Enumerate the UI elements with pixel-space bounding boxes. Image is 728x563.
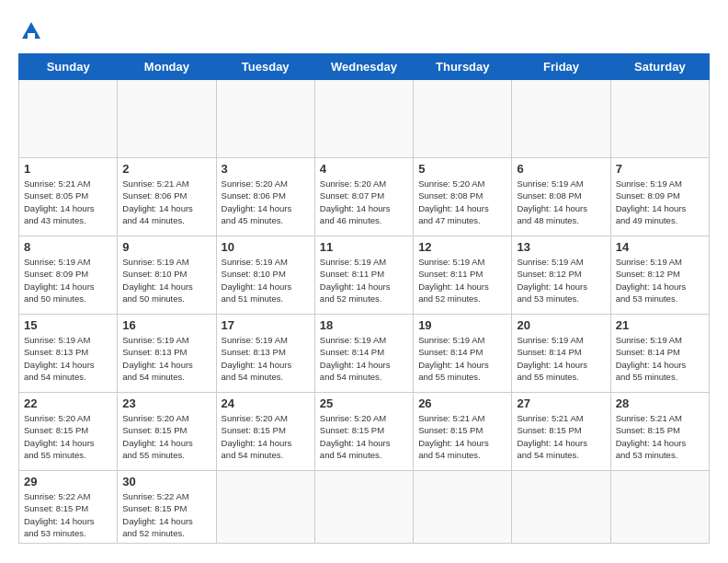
day-info: Sunrise: 5:20 AM Sunset: 8:15 PM Dayligh… (320, 412, 408, 461)
day-info: Sunrise: 5:19 AM Sunset: 8:09 PM Dayligh… (616, 178, 704, 226)
col-header-sunday: Sunday (19, 54, 118, 80)
day-info: Sunrise: 5:22 AM Sunset: 8:15 PM Dayligh… (122, 490, 210, 539)
day-cell-6: 6Sunrise: 5:19 AM Sunset: 8:08 PM Daylig… (512, 158, 610, 236)
day-number: 6 (517, 162, 605, 176)
day-number: 11 (320, 240, 408, 254)
calendar-table: SundayMondayTuesdayWednesdayThursdayFrid… (18, 53, 710, 544)
day-number: 21 (616, 318, 704, 332)
day-number: 4 (320, 162, 408, 176)
day-cell-empty (610, 80, 709, 158)
day-info: Sunrise: 5:19 AM Sunset: 8:09 PM Dayligh… (24, 256, 112, 304)
week-row-5: 29Sunrise: 5:22 AM Sunset: 8:15 PM Dayli… (19, 471, 710, 544)
day-cell-empty (216, 80, 314, 158)
day-info: Sunrise: 5:20 AM Sunset: 8:06 PM Dayligh… (222, 178, 310, 226)
day-number: 5 (418, 162, 506, 176)
day-info: Sunrise: 5:21 AM Sunset: 8:05 PM Dayligh… (24, 178, 112, 226)
day-cell-22: 22Sunrise: 5:20 AM Sunset: 8:15 PM Dayli… (19, 393, 118, 471)
week-row-3: 15Sunrise: 5:19 AM Sunset: 8:13 PM Dayli… (19, 315, 710, 393)
day-info: Sunrise: 5:19 AM Sunset: 8:10 PM Dayligh… (222, 256, 310, 304)
week-row-4: 22Sunrise: 5:20 AM Sunset: 8:15 PM Dayli… (19, 393, 710, 471)
day-cell-empty (314, 471, 413, 544)
day-info: Sunrise: 5:20 AM Sunset: 8:15 PM Dayligh… (222, 412, 310, 461)
day-cell-empty (118, 80, 216, 158)
day-number: 1 (24, 162, 112, 176)
day-number: 17 (222, 318, 310, 332)
day-cell-27: 27Sunrise: 5:21 AM Sunset: 8:15 PM Dayli… (512, 393, 610, 471)
day-info: Sunrise: 5:21 AM Sunset: 8:06 PM Dayligh… (122, 178, 210, 226)
day-cell-13: 13Sunrise: 5:19 AM Sunset: 8:12 PM Dayli… (512, 236, 610, 315)
day-cell-5: 5Sunrise: 5:20 AM Sunset: 8:08 PM Daylig… (414, 158, 512, 236)
day-cell-2: 2Sunrise: 5:21 AM Sunset: 8:06 PM Daylig… (118, 158, 216, 236)
day-info: Sunrise: 5:20 AM Sunset: 8:15 PM Dayligh… (24, 412, 112, 461)
day-cell-empty (414, 80, 512, 158)
col-header-tuesday: Tuesday (216, 54, 314, 80)
day-number: 12 (418, 240, 506, 254)
day-info: Sunrise: 5:22 AM Sunset: 8:15 PM Dayligh… (24, 490, 112, 539)
day-number: 3 (222, 162, 310, 176)
day-cell-24: 24Sunrise: 5:20 AM Sunset: 8:15 PM Dayli… (216, 393, 314, 471)
col-header-thursday: Thursday (414, 54, 512, 80)
day-cell-29: 29Sunrise: 5:22 AM Sunset: 8:15 PM Dayli… (19, 471, 118, 544)
day-cell-21: 21Sunrise: 5:19 AM Sunset: 8:14 PM Dayli… (610, 315, 709, 393)
day-number: 27 (517, 396, 605, 410)
day-cell-empty (512, 471, 610, 544)
day-cell-14: 14Sunrise: 5:19 AM Sunset: 8:12 PM Dayli… (610, 236, 709, 315)
day-number: 19 (418, 318, 506, 332)
day-cell-17: 17Sunrise: 5:19 AM Sunset: 8:13 PM Dayli… (216, 315, 314, 393)
day-info: Sunrise: 5:20 AM Sunset: 8:15 PM Dayligh… (122, 412, 210, 461)
logo (18, 18, 48, 44)
day-number: 7 (616, 162, 704, 176)
day-cell-empty (314, 80, 413, 158)
day-cell-3: 3Sunrise: 5:20 AM Sunset: 8:06 PM Daylig… (216, 158, 314, 236)
day-cell-empty (414, 471, 512, 544)
day-number: 14 (616, 240, 704, 254)
day-info: Sunrise: 5:20 AM Sunset: 8:08 PM Dayligh… (418, 178, 506, 226)
day-cell-12: 12Sunrise: 5:19 AM Sunset: 8:11 PM Dayli… (414, 236, 512, 315)
day-number: 15 (24, 318, 112, 332)
day-number: 29 (24, 475, 112, 488)
day-cell-30: 30Sunrise: 5:22 AM Sunset: 8:15 PM Dayli… (118, 471, 216, 544)
day-info: Sunrise: 5:19 AM Sunset: 8:14 PM Dayligh… (517, 334, 605, 383)
day-info: Sunrise: 5:21 AM Sunset: 8:15 PM Dayligh… (517, 412, 605, 461)
day-number: 8 (24, 240, 112, 254)
day-number: 20 (517, 318, 605, 332)
day-info: Sunrise: 5:21 AM Sunset: 8:15 PM Dayligh… (418, 412, 506, 461)
day-info: Sunrise: 5:19 AM Sunset: 8:08 PM Dayligh… (517, 178, 605, 226)
day-number: 28 (616, 396, 704, 410)
col-header-friday: Friday (512, 54, 610, 80)
day-cell-empty (610, 471, 709, 544)
day-cell-16: 16Sunrise: 5:19 AM Sunset: 8:13 PM Dayli… (118, 315, 216, 393)
header (18, 18, 710, 44)
day-number: 24 (222, 396, 310, 410)
day-number: 9 (122, 240, 210, 254)
day-info: Sunrise: 5:19 AM Sunset: 8:14 PM Dayligh… (320, 334, 408, 383)
day-cell-8: 8Sunrise: 5:19 AM Sunset: 8:09 PM Daylig… (19, 236, 118, 315)
day-cell-25: 25Sunrise: 5:20 AM Sunset: 8:15 PM Dayli… (314, 393, 413, 471)
day-number: 23 (122, 396, 210, 410)
column-header-row: SundayMondayTuesdayWednesdayThursdayFrid… (19, 54, 710, 80)
day-info: Sunrise: 5:19 AM Sunset: 8:13 PM Dayligh… (24, 334, 112, 383)
day-number: 13 (517, 240, 605, 254)
day-info: Sunrise: 5:19 AM Sunset: 8:12 PM Dayligh… (616, 256, 704, 304)
day-info: Sunrise: 5:19 AM Sunset: 8:14 PM Dayligh… (616, 334, 704, 383)
logo-icon (18, 18, 44, 44)
day-number: 18 (320, 318, 408, 332)
day-cell-11: 11Sunrise: 5:19 AM Sunset: 8:11 PM Dayli… (314, 236, 413, 315)
day-number: 25 (320, 396, 408, 410)
day-cell-23: 23Sunrise: 5:20 AM Sunset: 8:15 PM Dayli… (118, 393, 216, 471)
day-cell-15: 15Sunrise: 5:19 AM Sunset: 8:13 PM Dayli… (19, 315, 118, 393)
col-header-saturday: Saturday (610, 54, 709, 80)
day-info: Sunrise: 5:20 AM Sunset: 8:07 PM Dayligh… (320, 178, 408, 226)
day-number: 22 (24, 396, 112, 410)
day-cell-19: 19Sunrise: 5:19 AM Sunset: 8:14 PM Dayli… (414, 315, 512, 393)
day-cell-empty (512, 80, 610, 158)
day-cell-empty (216, 471, 314, 544)
day-cell-empty (19, 80, 118, 158)
week-row-1: 1Sunrise: 5:21 AM Sunset: 8:05 PM Daylig… (19, 158, 710, 236)
day-cell-4: 4Sunrise: 5:20 AM Sunset: 8:07 PM Daylig… (314, 158, 413, 236)
day-cell-1: 1Sunrise: 5:21 AM Sunset: 8:05 PM Daylig… (19, 158, 118, 236)
day-cell-10: 10Sunrise: 5:19 AM Sunset: 8:10 PM Dayli… (216, 236, 314, 315)
day-cell-9: 9Sunrise: 5:19 AM Sunset: 8:10 PM Daylig… (118, 236, 216, 315)
day-cell-7: 7Sunrise: 5:19 AM Sunset: 8:09 PM Daylig… (610, 158, 709, 236)
day-number: 10 (222, 240, 310, 254)
